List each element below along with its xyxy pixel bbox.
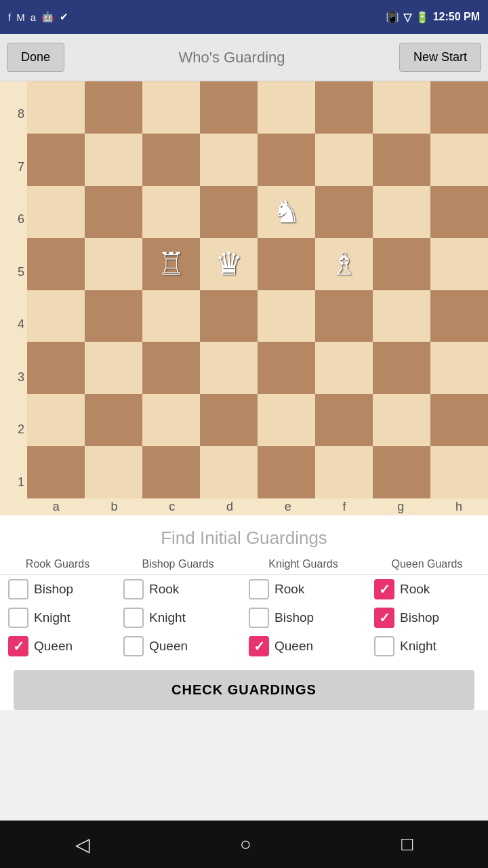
status-right: 📳 ▽ 🔋 12:50 PM: [386, 11, 480, 24]
recent-button[interactable]: □: [401, 833, 413, 855]
checkbox-1-2[interactable]: [249, 608, 269, 628]
guards-cell-2-2: Queen: [241, 632, 366, 660]
file-h: h: [455, 500, 462, 514]
cell-e3[interactable]: [258, 342, 315, 394]
cell-d1[interactable]: [200, 446, 258, 498]
cell-d6[interactable]: [200, 186, 258, 238]
cell-h5[interactable]: [430, 238, 488, 290]
back-button[interactable]: ◁: [75, 833, 90, 856]
cell-e1[interactable]: [258, 446, 315, 498]
checkbox-1-0[interactable]: [8, 608, 28, 628]
cell-c1[interactable]: [142, 446, 200, 498]
cell-c6[interactable]: [142, 186, 200, 238]
cell-c2[interactable]: [142, 394, 200, 446]
cell-f1[interactable]: [315, 446, 373, 498]
cell-a8[interactable]: [27, 81, 85, 134]
cell-d5[interactable]: ♛: [200, 238, 258, 290]
new-start-button[interactable]: New Start: [399, 43, 481, 72]
col-header-knight: Knight Guards: [241, 554, 366, 575]
cell-h2[interactable]: [430, 394, 488, 446]
col-header-rook: Rook Guards: [0, 554, 115, 575]
cell-g1[interactable]: [373, 446, 430, 498]
check-guardings-button[interactable]: CHECK GUARDINGS: [14, 670, 474, 710]
file-g: g: [397, 500, 404, 514]
cell-g7[interactable]: [373, 134, 430, 186]
cell-c5[interactable]: ♖: [142, 238, 200, 290]
cell-b4[interactable]: [85, 290, 142, 342]
cell-f4[interactable]: [315, 290, 373, 342]
cell-h4[interactable]: [430, 290, 488, 342]
cell-f7[interactable]: [315, 134, 373, 186]
cell-a3[interactable]: [27, 342, 85, 394]
checkbox-0-3[interactable]: [374, 579, 394, 599]
cell-b6[interactable]: [85, 186, 142, 238]
cell-c3[interactable]: [142, 342, 200, 394]
rank-2: 2: [0, 422, 24, 437]
guards-body: BishopRookRookRookKnightKnightBishopBish…: [0, 575, 488, 661]
cell-d4[interactable]: [200, 290, 258, 342]
cell-b2[interactable]: [85, 394, 142, 446]
cell-g3[interactable]: [373, 342, 430, 394]
cell-e6[interactable]: ♞: [258, 186, 315, 238]
checkbox-2-2[interactable]: [249, 636, 269, 656]
cell-e4[interactable]: [258, 290, 315, 342]
cell-h7[interactable]: [430, 134, 488, 186]
cell-a6[interactable]: [27, 186, 85, 238]
cell-b8[interactable]: [85, 81, 142, 134]
cell-d3[interactable]: [200, 342, 258, 394]
cell-g8[interactable]: [373, 81, 430, 134]
cell-e5[interactable]: [258, 238, 315, 290]
page-title: Who's Guarding: [178, 49, 285, 66]
cell-f2[interactable]: [315, 394, 373, 446]
cell-h6[interactable]: [430, 186, 488, 238]
guards-cell-2-3: Knight: [366, 632, 488, 660]
cell-a7[interactable]: [27, 134, 85, 186]
cell-f6[interactable]: [315, 186, 373, 238]
cell-g4[interactable]: [373, 290, 430, 342]
guards-row-1: KnightKnightBishopBishop: [0, 604, 488, 632]
cell-c8[interactable]: [142, 81, 200, 134]
cell-b5[interactable]: [85, 238, 142, 290]
cell-g5[interactable]: [373, 238, 430, 290]
cell-d7[interactable]: [200, 134, 258, 186]
checkbox-2-3[interactable]: [374, 636, 394, 656]
cell-c4[interactable]: [142, 290, 200, 342]
cell-h3[interactable]: [430, 342, 488, 394]
cell-a5[interactable]: [27, 238, 85, 290]
cell-e2[interactable]: [258, 394, 315, 446]
checkbox-0-2[interactable]: [249, 579, 269, 599]
cell-g6[interactable]: [373, 186, 430, 238]
cell-f3[interactable]: [315, 342, 373, 394]
cell-b1[interactable]: [85, 446, 142, 498]
find-title: Find Initial Guardings: [0, 522, 488, 554]
cell-e7[interactable]: [258, 134, 315, 186]
board-grid[interactable]: ♞♖♛♗: [27, 81, 488, 498]
checkbox-2-0[interactable]: [8, 636, 28, 656]
facebook-icon: f: [8, 12, 11, 23]
checkbox-1-3[interactable]: [374, 608, 394, 628]
checkbox-0-1[interactable]: [123, 579, 144, 599]
file-b: b: [111, 500, 118, 514]
cell-a1[interactable]: [27, 446, 85, 498]
nav-bar: ◁ ○ □: [0, 821, 488, 868]
cell-a2[interactable]: [27, 394, 85, 446]
checkbox-0-0[interactable]: [8, 579, 28, 599]
cell-b7[interactable]: [85, 134, 142, 186]
cell-h1[interactable]: [430, 446, 488, 498]
cell-h8[interactable]: [430, 81, 488, 134]
cell-d2[interactable]: [200, 394, 258, 446]
bottom-section: Find Initial Guardings Rook Guards Bisho…: [0, 515, 488, 710]
checkbox-2-1[interactable]: [123, 636, 144, 656]
cell-d8[interactable]: [200, 81, 258, 134]
home-button[interactable]: ○: [240, 833, 251, 855]
done-button[interactable]: Done: [7, 43, 64, 72]
cell-g2[interactable]: [373, 394, 430, 446]
cell-f5[interactable]: ♗: [315, 238, 373, 290]
file-f: f: [343, 500, 346, 514]
cell-f8[interactable]: [315, 81, 373, 134]
checkbox-1-1[interactable]: [123, 608, 144, 628]
cell-a4[interactable]: [27, 290, 85, 342]
cell-e8[interactable]: [258, 81, 315, 134]
cell-c7[interactable]: [142, 134, 200, 186]
cell-b3[interactable]: [85, 342, 142, 394]
